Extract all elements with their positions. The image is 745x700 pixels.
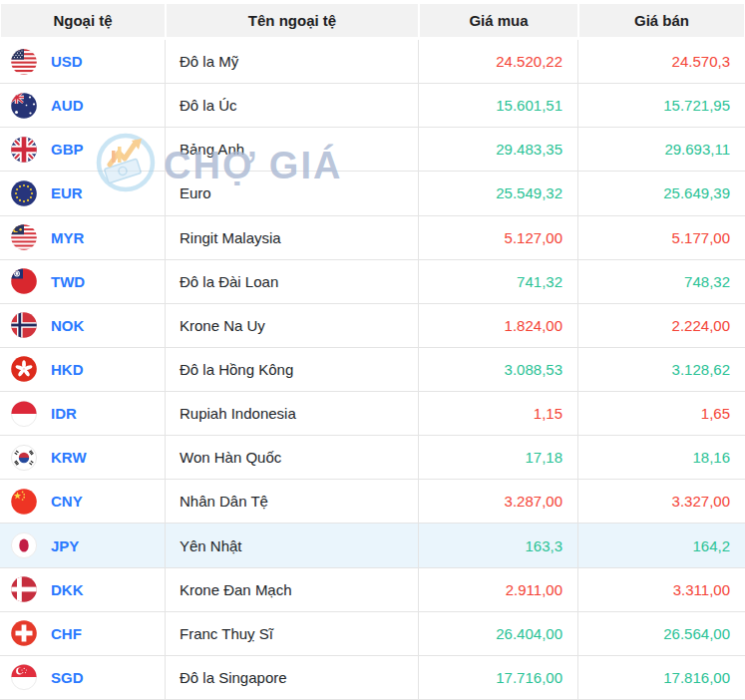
currency-code: DKK [51,581,84,598]
currency-cell: AUD [0,84,166,127]
currency-code: JPY [51,537,79,554]
currency-name-cell: Euro [166,172,419,214]
buy-price-cell: 3.088,53 [419,348,578,391]
buy-price-cell: 1.824,00 [419,304,578,347]
buy-price-cell: 25.549,32 [419,172,578,214]
flag-gbp-icon [10,136,38,164]
buy-price-cell: 17,18 [419,436,578,479]
currency-name-cell: Krone Na Uy [166,304,419,347]
currency-name-cell: Đô la Hồng Kông [166,348,419,391]
sell-price-cell: 15.721,95 [578,84,745,127]
buy-price: 163,3 [525,537,562,554]
table-row[interactable]: USD Đô la Mỹ 24.520,22 24.570,3 [0,40,745,84]
buy-price: 2.911,00 [506,581,562,598]
buy-price-cell: 29.483,35 [419,128,578,171]
currency-cell: SGD [0,656,166,699]
sell-price: 18,16 [692,449,730,466]
currency-code: TWD [51,273,85,290]
table-row[interactable]: KRW Won Hàn Quốc 17,18 18,16 [0,436,745,480]
buy-price-cell: 5.127,00 [419,216,578,259]
exchange-rate-table-page: Ngoại tệ Tên ngoại tệ Giá mua Giá bán US… [0,0,745,700]
buy-price: 5.127,00 [505,229,562,246]
flag-twd-icon [10,267,38,295]
table-row[interactable]: DKK Krone Đan Mạch 2.911,00 3.311,00 [0,568,745,612]
sell-price-cell: 3.327,00 [578,480,745,523]
currency-code: HKD [51,361,84,378]
currency-name: Krone Đan Mạch [180,581,292,598]
table-row[interactable]: HKD Đô la Hồng Kông 3.088,53 3.128,62 [0,348,745,392]
table-row[interactable]: AUD Đô la Úc 15.601,51 15.721,95 [0,84,745,128]
table-header: Ngoại tệ Tên ngoại tệ Giá mua Giá bán [0,0,745,40]
sell-price-cell: 1,65 [578,392,745,435]
currency-name: Rupiah Indonesia [180,405,296,422]
buy-price: 17.716,00 [496,669,562,686]
buy-price: 17,18 [525,449,562,466]
flag-jpy-icon [10,531,38,559]
currency-name-cell: Won Hàn Quốc [166,436,419,479]
currency-code: CNY [51,493,83,510]
sell-price-cell: 748,32 [578,260,745,303]
sell-price-cell: 24.570,3 [578,40,745,83]
currency-name: Euro [180,184,211,201]
buy-price-cell: 163,3 [419,524,578,566]
table-row[interactable]: TWD Đô la Đài Loan 741,32 748,32 [0,260,745,304]
buy-price-cell: 17.716,00 [419,656,578,699]
buy-price: 15.601,51 [496,97,562,114]
currency-cell: EUR [0,172,166,214]
table-row[interactable]: NOK Krone Na Uy 1.824,00 2.224,00 [0,304,745,348]
table-row[interactable]: JPY Yên Nhật 163,3 164,2 [0,524,745,567]
sell-price-cell: 26.564,00 [578,612,745,655]
currency-cell: CHF [0,612,166,655]
sell-price: 5.177,00 [672,229,730,246]
table-row[interactable]: CHF Franc Thuỵ Sĩ 26.404,00 26.564,00 [0,612,745,656]
flag-aud-icon [10,92,38,120]
buy-price-cell: 2.911,00 [419,568,578,611]
sell-price: 1,65 [701,405,730,422]
currency-code: KRW [51,449,87,466]
buy-price: 3.287,00 [505,493,562,510]
currency-name: Bảng Anh [180,141,244,158]
sell-price-cell: 17.816,00 [578,656,745,699]
flag-krw-icon [10,444,38,472]
currency-code: EUR [51,184,83,201]
buy-price: 29.483,35 [496,141,562,158]
currency-cell: JPY [0,524,166,566]
currency-code: USD [51,53,83,70]
table-row[interactable]: MYR Ringit Malaysia 5.127,00 5.177,00 [0,216,745,260]
buy-price-cell: 15.601,51 [419,84,578,127]
currency-code: MYR [51,229,84,246]
sell-price-cell: 164,2 [578,524,745,566]
sell-price: 15.721,95 [663,97,730,114]
currency-cell: TWD [0,260,166,303]
currency-cell: MYR [0,216,166,259]
currency-name: Nhân Dân Tệ [180,493,268,510]
column-header-name: Tên ngoại tệ [166,0,419,40]
table-row[interactable]: GBP Bảng Anh 29.483,35 29.693,11 [0,128,745,172]
table-row[interactable]: EUR Euro 25.549,32 25.649,39 [0,172,745,215]
sell-price: 164,2 [692,537,730,554]
buy-price-cell: 3.287,00 [419,480,578,523]
sell-price: 2.224,00 [672,317,730,334]
flag-usd-icon [10,48,38,76]
currency-code: CHF [51,625,82,642]
currency-cell: HKD [0,348,166,391]
sell-price: 17.816,00 [663,669,730,686]
currency-name-cell: Đô la Singapore [166,656,419,699]
flag-nok-icon [10,311,38,339]
sell-price: 24.570,3 [672,53,730,70]
currency-name: Franc Thuỵ Sĩ [180,625,273,642]
currency-code: AUD [51,97,84,114]
table-row[interactable]: CNY Nhân Dân Tệ 3.287,00 3.327,00 [0,480,745,524]
currency-cell: USD [0,40,166,83]
currency-code: GBP [51,141,84,158]
sell-price: 748,32 [684,273,730,290]
buy-price: 1.824,00 [505,317,562,334]
flag-cny-icon [10,488,38,516]
currency-name: Krone Na Uy [180,317,265,334]
currency-name: Đô la Hồng Kông [180,361,293,378]
buy-price-cell: 741,32 [419,260,578,303]
table-row[interactable]: IDR Rupiah Indonesia 1,15 1,65 [0,392,745,436]
column-header-currency: Ngoại tệ [0,0,166,40]
flag-dkk-icon [10,575,38,603]
table-row[interactable]: SGD Đô la Singapore 17.716,00 17.816,00 [0,656,745,700]
